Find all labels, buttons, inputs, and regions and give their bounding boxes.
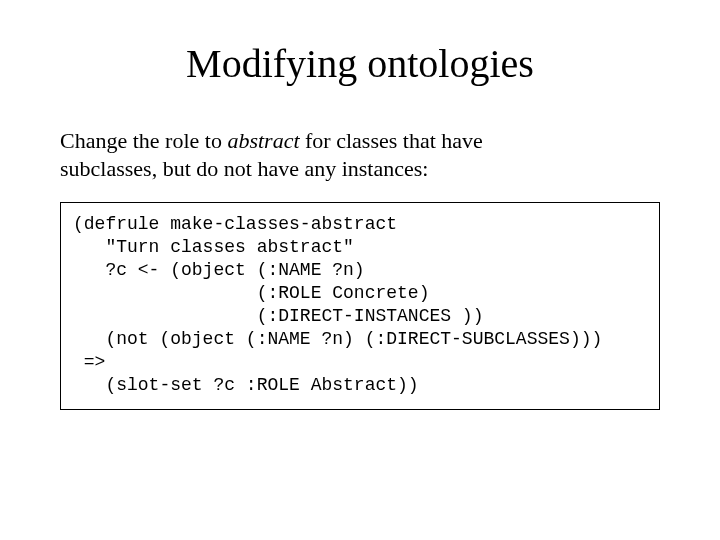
slide-title: Modifying ontologies xyxy=(60,40,660,87)
code-line-7: => xyxy=(73,352,105,372)
code-line-5: (:DIRECT-INSTANCES )) xyxy=(73,306,483,326)
slide: Modifying ontologies Change the role to … xyxy=(0,0,720,540)
code-line-3: ?c <- (object (:NAME ?n) xyxy=(73,260,365,280)
code-line-4: (:ROLE Concrete) xyxy=(73,283,429,303)
code-line-1: (defrule make-classes-abstract xyxy=(73,214,397,234)
description-abstract-word: abstract xyxy=(227,128,299,153)
slide-description: Change the role to abstract for classes … xyxy=(60,127,540,182)
code-line-8: (slot-set ?c :ROLE Abstract)) xyxy=(73,375,419,395)
description-prefix: Change the role to xyxy=(60,128,227,153)
code-line-2: "Turn classes abstract" xyxy=(73,237,354,257)
code-block: (defrule make-classes-abstract "Turn cla… xyxy=(60,202,660,410)
code-line-6: (not (object (:NAME ?n) (:DIRECT-SUBCLAS… xyxy=(73,329,602,349)
